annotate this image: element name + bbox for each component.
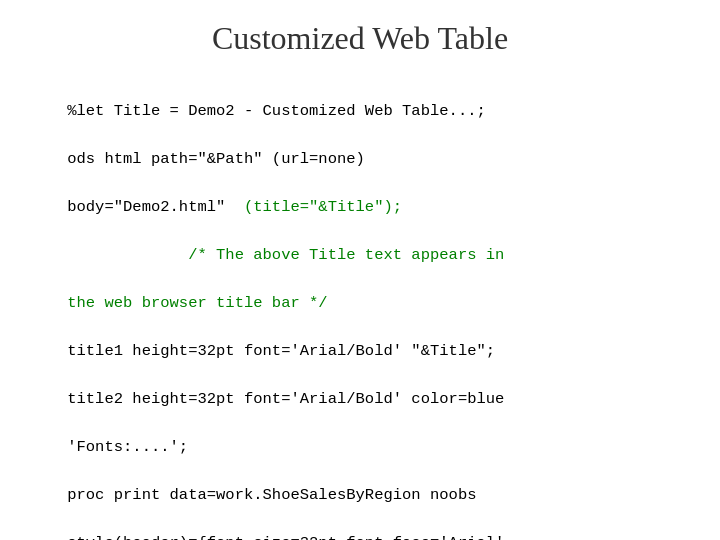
code-line-4: /* The above Title text appears in <box>67 246 504 264</box>
code-line-8: 'Fonts:....'; <box>67 438 197 456</box>
code-line-10: style(header)={font_size=32pt font_face=… <box>67 534 504 540</box>
code-line-3a: body="Demo2.html" <box>67 198 244 216</box>
code-line-5: the web browser title bar */ <box>67 294 327 312</box>
code-line-6: title1 height=32pt font='Arial/Bold' "&T… <box>67 342 495 360</box>
code-line-1: %let Title = Demo2 - Customized Web Tabl… <box>67 102 486 120</box>
code-line-3b: (title="&Title"); <box>244 198 402 216</box>
code-block: %let Title = Demo2 - Customized Web Tabl… <box>30 75 690 540</box>
code-line-7: title2 height=32pt font='Arial/Bold' col… <box>67 390 504 408</box>
code-line-2: ods html path="&Path" (url=none) <box>67 150 365 168</box>
code-line-9: proc print data=work.ShoeSalesByRegion n… <box>67 486 476 504</box>
page-container: Customized Web Table %let Title = Demo2 … <box>0 0 720 540</box>
page-title: Customized Web Table <box>30 20 690 57</box>
